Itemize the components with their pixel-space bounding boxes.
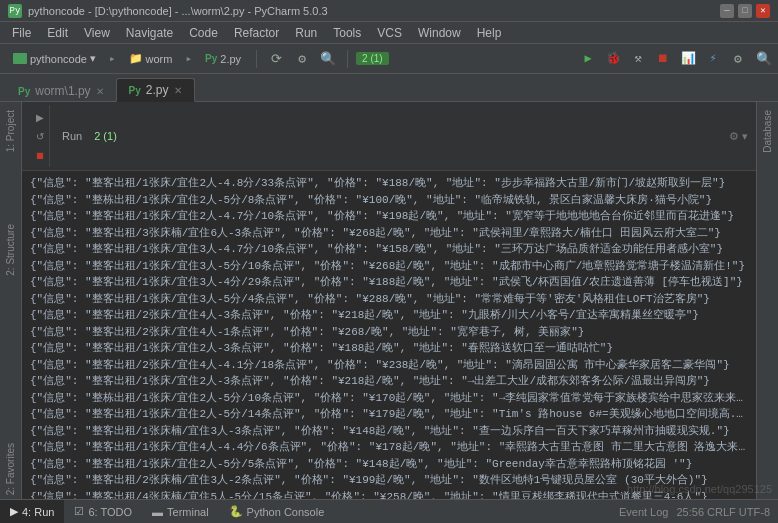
bottom-tab-run[interactable]: ▶ 4: Run bbox=[0, 500, 64, 523]
output-line: {"信息": "整客出租/1张床/宜住2人-3条点评", "价格": "¥188… bbox=[30, 340, 748, 357]
menu-refactor[interactable]: Refactor bbox=[226, 24, 287, 42]
path-separator-1: ▸ bbox=[109, 52, 116, 65]
output-line: {"信息": "整客出租/2张床/宜住4人-3条点评", "价格": "¥218… bbox=[30, 307, 748, 324]
terminal-tab-label: Terminal bbox=[167, 506, 209, 518]
output-line: {"信息": "整客出租/1张床/宜住2人-5分/5条点评", "价格": "¥… bbox=[30, 456, 748, 473]
output-line: {"信息": "整客出租/1张床/宜住4人-4.4分/6条点评", "价格": … bbox=[30, 439, 748, 456]
window-title: pythoncode - [D:\pythoncode] - ...\worm\… bbox=[28, 5, 328, 17]
run-badge: 2 (1) bbox=[356, 52, 389, 65]
output-line: {"信息": "整栋出租/1张床/宜住2人-5分/10条点评", "价格": "… bbox=[30, 390, 748, 407]
run-tab-icon: ▶ bbox=[10, 505, 18, 518]
maximize-button[interactable]: □ bbox=[738, 4, 752, 18]
menu-vcs[interactable]: VCS bbox=[369, 24, 410, 42]
output-line: {"信息": "整客出租/1张床/宜住2人-4.8分/33条点评", "价格":… bbox=[30, 175, 748, 192]
menu-bar: File Edit View Navigate Code Refactor Ru… bbox=[0, 22, 778, 44]
run-button[interactable]: ▶ bbox=[577, 48, 599, 70]
event-log-label[interactable]: Event Log bbox=[619, 506, 669, 518]
toolbar-separator-1 bbox=[256, 50, 257, 68]
coverage-button[interactable]: 📊 bbox=[677, 48, 699, 70]
run-play-side[interactable]: ▶ bbox=[32, 109, 48, 125]
run-stop-side[interactable]: ⏹ bbox=[32, 147, 48, 163]
output-line: {"信息": "整客出租/1张床楠/宜住3人-3条点评", "价格": "¥14… bbox=[30, 423, 748, 440]
content-wrapper: ▶ ↺ ⏹ Run 2 (1) ⚙ ▾ {"信息": "整客出租/1张床/宜住2… bbox=[22, 102, 756, 499]
output-line: {"信息": "整客出租/1张床/宜住3人-4.7分/10条点评", "价格":… bbox=[30, 241, 748, 258]
project-icon bbox=[13, 53, 27, 64]
title-bar-left: Py pythoncode - [D:\pythoncode] - ...\wo… bbox=[8, 4, 328, 18]
settings-icon[interactable]: ⚙ bbox=[727, 48, 749, 70]
console-output[interactable]: {"信息": "整客出租/1张床/宜住2人-4.8分/33条点评", "价格":… bbox=[22, 171, 756, 499]
bottom-bar: ▶ 4: Run ☑ 6: TODO ▬ Terminal 🐍 Python C… bbox=[0, 499, 778, 523]
run-controls: ▶ 🐞 ⚒ ⏹ 📊 ⚡ ⚙ 🔍 bbox=[577, 48, 772, 70]
sidebar-database-label[interactable]: Database bbox=[760, 106, 775, 157]
output-line: {"信息": "整客出租/1张床/宜住3人-5分/4条点评", "价格": "¥… bbox=[30, 291, 748, 308]
tab-label-2: 2.py bbox=[146, 83, 169, 97]
menu-window[interactable]: Window bbox=[410, 24, 469, 42]
output-line: {"信息": "整客出租/1张床/宜住2人-3条点评", "价格": "¥218… bbox=[30, 373, 748, 390]
output-line: {"信息": "整客出租/2张床/宜住4人-1条点评", "价格": "¥268… bbox=[30, 324, 748, 341]
gear-settings-icon[interactable]: ⚙ ▾ bbox=[729, 130, 748, 143]
stop-button[interactable]: ⏹ bbox=[652, 48, 674, 70]
build-button[interactable]: ⚒ bbox=[627, 48, 649, 70]
path-separator-2: ▸ bbox=[185, 52, 192, 65]
run-header: ▶ ↺ ⏹ Run 2 (1) ⚙ ▾ bbox=[22, 102, 756, 171]
editor-area: ▶ ↺ ⏹ Run 2 (1) ⚙ ▾ {"信息": "整客出租/1张床/宜住2… bbox=[22, 102, 756, 499]
project-dropdown[interactable]: pythoncode ▾ bbox=[6, 49, 103, 68]
file-dropdown[interactable]: Py 2.py bbox=[198, 50, 248, 68]
worm-dropdown[interactable]: 📁 worm bbox=[122, 49, 180, 68]
tab-worm1py[interactable]: Py worm\1.py ✕ bbox=[6, 80, 116, 102]
watermark: http://blog.csdn.net/qq295125 bbox=[627, 483, 772, 495]
position-info: 25:56 CRLF UTF-8 bbox=[676, 506, 770, 518]
menu-help[interactable]: Help bbox=[469, 24, 510, 42]
output-line: {"信息": "整客出租/1张床/宜住3人-5分/10条点评", "价格": "… bbox=[30, 258, 748, 275]
left-sidebar: 1: Project 2: Structure 2: Favorites bbox=[0, 102, 22, 499]
menu-navigate[interactable]: Navigate bbox=[118, 24, 181, 42]
run-tab-label: 4: Run bbox=[22, 506, 54, 518]
sync-button[interactable]: ⟳ bbox=[265, 48, 287, 70]
run-restart-side[interactable]: ↺ bbox=[32, 128, 48, 144]
run-side-controls: ▶ ↺ ⏹ bbox=[30, 105, 50, 167]
right-sidebar: Database bbox=[756, 102, 778, 499]
project-label: pythoncode bbox=[30, 53, 87, 65]
output-line: {"信息": "整客出租/3张床楠/宜住6人-3条点评", "价格": "¥26… bbox=[30, 225, 748, 242]
minimize-button[interactable]: ─ bbox=[720, 4, 734, 18]
sidebar-project-label[interactable]: 1: Project bbox=[3, 106, 18, 156]
window-controls[interactable]: ─ □ ✕ bbox=[720, 4, 770, 18]
config-button[interactable]: ⚙ bbox=[291, 48, 313, 70]
output-line: {"信息": "整客出租/1张床/宜住2人-4.7分/10条点评", "价格":… bbox=[30, 208, 748, 225]
toolbar-separator-2 bbox=[347, 50, 348, 68]
search-icon[interactable]: 🔍 bbox=[756, 51, 772, 67]
menu-file[interactable]: File bbox=[4, 24, 39, 42]
bottom-tab-terminal[interactable]: ▬ Terminal bbox=[142, 500, 219, 523]
title-bar: Py pythoncode - [D:\pythoncode] - ...\wo… bbox=[0, 0, 778, 22]
menu-tools[interactable]: Tools bbox=[325, 24, 369, 42]
tab-close-1[interactable]: ✕ bbox=[96, 86, 104, 97]
output-line: {"信息": "整客出租/1张床/宜住2人-5分/14条点评", "价格": "… bbox=[30, 406, 748, 423]
output-line: {"信息": "整栋出租/1张床/宜住2人-5分/8条点评", "价格": "¥… bbox=[30, 192, 748, 209]
output-line: {"信息": "整客出租/1张床/宜住3人-4分/29条点评", "价格": "… bbox=[30, 274, 748, 291]
app-icon: Py bbox=[8, 4, 22, 18]
sidebar-favorites-label[interactable]: 2: Favorites bbox=[3, 439, 18, 499]
bottom-tab-python-console[interactable]: 🐍 Python Console bbox=[219, 500, 335, 523]
todo-tab-label: 6: TODO bbox=[88, 506, 132, 518]
menu-view[interactable]: View bbox=[76, 24, 118, 42]
menu-run[interactable]: Run bbox=[287, 24, 325, 42]
search-everywhere-button[interactable]: 🔍 bbox=[317, 48, 339, 70]
python-console-tab-label: Python Console bbox=[247, 506, 325, 518]
profile-button[interactable]: ⚡ bbox=[702, 48, 724, 70]
menu-code[interactable]: Code bbox=[181, 24, 226, 42]
tab-close-2[interactable]: ✕ bbox=[174, 85, 182, 96]
bottom-right-info: Event Log 25:56 CRLF UTF-8 bbox=[619, 506, 778, 518]
tab-2py[interactable]: Py 2.py ✕ bbox=[116, 78, 195, 102]
debug-button[interactable]: 🐞 bbox=[602, 48, 624, 70]
close-button[interactable]: ✕ bbox=[756, 4, 770, 18]
py-icon-1: Py bbox=[18, 86, 30, 97]
file-label: 2.py bbox=[220, 53, 241, 65]
main-area: 1: Project 2: Structure 2: Favorites ▶ ↺… bbox=[0, 102, 778, 499]
menu-edit[interactable]: Edit bbox=[39, 24, 76, 42]
bottom-tab-todo[interactable]: ☑ 6: TODO bbox=[64, 500, 142, 523]
terminal-tab-icon: ▬ bbox=[152, 506, 163, 518]
sidebar-structure-label[interactable]: 2: Structure bbox=[3, 220, 18, 280]
run-label: Run bbox=[62, 130, 82, 142]
main-toolbar: pythoncode ▾ ▸ 📁 worm ▸ Py 2.py ⟳ ⚙ 🔍 2 … bbox=[0, 44, 778, 74]
dropdown-arrow-icon: ▾ bbox=[90, 52, 96, 65]
